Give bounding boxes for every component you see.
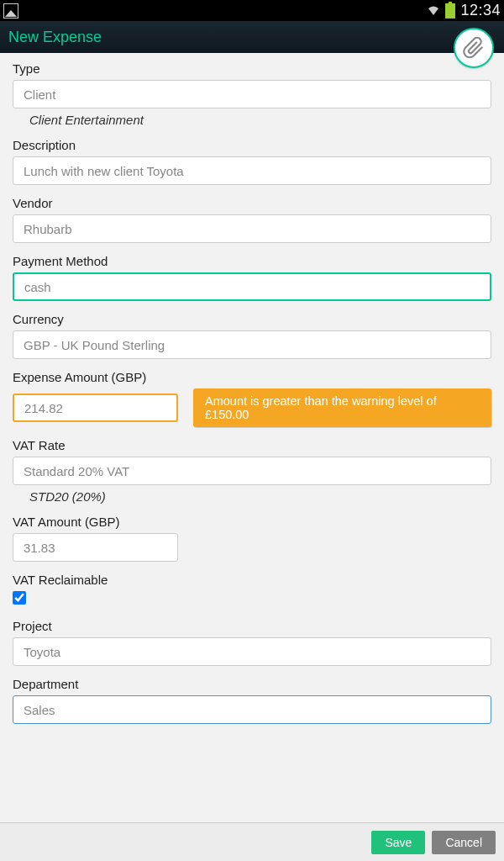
project-label: Project (13, 619, 491, 633)
type-label: Type (13, 61, 491, 76)
battery-icon (445, 3, 455, 18)
vat-rate-hint: STD20 (20%) (13, 485, 491, 504)
description-label: Description (13, 138, 491, 152)
page-title: New Expense (8, 29, 102, 46)
picture-icon (3, 3, 18, 18)
description-field[interactable] (13, 156, 491, 185)
expense-amount-label: Expense Amount (GBP) (13, 370, 491, 384)
vat-reclaimable-label: VAT Reclaimable (13, 573, 491, 587)
department-label: Department (13, 677, 491, 691)
attach-button[interactable] (454, 28, 494, 68)
title-bar: New Expense (0, 21, 504, 53)
cancel-button[interactable]: Cancel (432, 831, 496, 854)
currency-field[interactable] (13, 330, 491, 359)
project-field[interactable] (13, 637, 491, 666)
department-field[interactable] (13, 695, 491, 724)
paperclip-icon (463, 37, 485, 59)
type-hint: Client Entertainment (13, 108, 491, 127)
clock: 12:34 (460, 2, 501, 19)
vat-amount-label: VAT Amount (GBP) (13, 515, 491, 529)
vat-amount-field[interactable] (13, 533, 178, 562)
vendor-field[interactable] (13, 214, 491, 243)
vat-reclaimable-checkbox[interactable] (13, 591, 26, 605)
payment-method-label: Payment Method (13, 254, 491, 268)
expense-amount-field[interactable] (13, 394, 178, 422)
status-bar: 12:34 (0, 0, 504, 21)
footer-bar: Save Cancel (0, 822, 504, 861)
vat-rate-label: VAT Rate (13, 438, 491, 452)
form-area: Type Client Entertainment Description Ve… (0, 53, 504, 822)
vendor-label: Vendor (13, 196, 491, 210)
currency-label: Currency (13, 312, 491, 326)
type-field[interactable] (13, 80, 491, 108)
payment-method-field[interactable] (13, 272, 491, 301)
wifi-icon (427, 5, 440, 17)
save-button[interactable]: Save (371, 831, 425, 854)
warning-badge: Amount is greater than the warning level… (193, 388, 491, 427)
vat-rate-field[interactable] (13, 457, 491, 485)
